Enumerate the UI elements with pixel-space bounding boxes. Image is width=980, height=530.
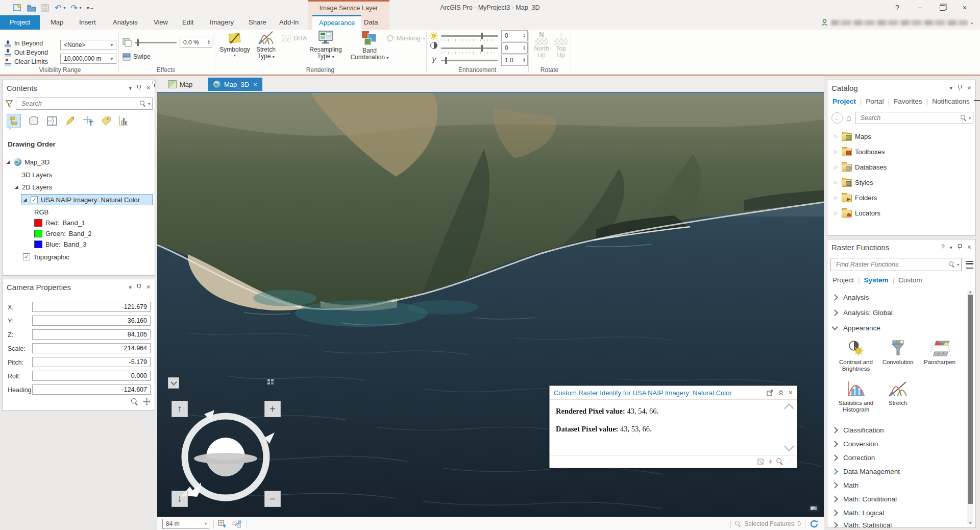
tab-analysis[interactable]: Analysis [106, 15, 144, 30]
checkbox-checked[interactable]: ✓ [31, 196, 38, 203]
catalog-search[interactable]: ▾ [855, 112, 973, 124]
chevron-down-icon[interactable]: ▾ [957, 262, 959, 267]
masking-button-disabled[interactable]: Masking ▾ [386, 34, 425, 43]
clear-limits-button[interactable]: Clear Limits [4, 57, 48, 66]
raster-functions-search[interactable]: ▾ [830, 258, 962, 271]
collapsed-icon[interactable]: ▷ [834, 210, 839, 215]
close-button[interactable]: × [953, 0, 976, 15]
rf-category-math[interactable]: Math [832, 481, 859, 489]
rf-tab-project[interactable]: Project [832, 276, 854, 284]
scroll-up-icon[interactable] [784, 403, 794, 414]
new-project-icon[interactable] [13, 4, 22, 12]
refresh-icon[interactable] [810, 519, 819, 528]
in-beyond-button[interactable]: In Beyond [4, 39, 43, 48]
menu-icon[interactable] [966, 261, 973, 269]
transparency-slider[interactable] [135, 42, 177, 43]
close-tab-icon[interactable]: × [253, 81, 257, 88]
catalog-item-locators[interactable]: ▷ Locators [834, 208, 880, 218]
tree-item-3d-layers[interactable]: 3D Layers [22, 170, 52, 180]
rf-scrollbar[interactable]: ▲ ▼ [967, 291, 973, 524]
rf-tab-custom[interactable]: Custom [898, 276, 922, 284]
panel-menu-icon[interactable]: ▾ [950, 245, 952, 250]
close-icon[interactable]: × [146, 283, 151, 291]
tab-imagery[interactable]: Imagery [203, 15, 240, 30]
minimize-button[interactable]: − [909, 0, 931, 15]
tab-project[interactable]: Project [0, 15, 40, 30]
brightness-slider[interactable] [441, 35, 498, 37]
dock-popup-icon[interactable] [767, 390, 773, 396]
tab-share[interactable]: Share [242, 15, 273, 30]
dra-button-disabled[interactable]: DRA [282, 34, 307, 43]
rf-category-conversion[interactable]: Conversion [832, 440, 878, 448]
redo-dropdown-icon[interactable]: ▾ [80, 6, 82, 10]
list-by-data-source-icon[interactable] [28, 116, 39, 126]
undo-dropdown-icon[interactable]: ▾ [63, 6, 65, 10]
fn-contrast-brightness[interactable]: Contrast and Brightness [837, 340, 875, 372]
expanded-icon[interactable]: ◢ [22, 197, 28, 202]
save-project-icon-disabled[interactable] [41, 4, 50, 12]
catalog-tab-portal[interactable]: Portal [866, 98, 884, 105]
collapsed-icon[interactable]: ▷ [834, 195, 839, 200]
zoom-to-camera-icon[interactable] [131, 398, 138, 405]
tree-item-2d-layers[interactable]: ◢ 2D Layers [14, 182, 52, 192]
help-button[interactable]: ? [886, 0, 909, 15]
collapse-popup-icon[interactable] [778, 390, 784, 396]
scroll-down-icon[interactable] [784, 441, 794, 451]
rf-category-analysis-global[interactable]: Analysis: Global [832, 309, 893, 317]
scene-viewport[interactable]: ↑ + ↓ − Custom Raster Ide [157, 92, 824, 517]
resampling-type-button[interactable]: ResamplingType ▾ [306, 31, 345, 65]
catalog-tab-notifications[interactable]: Notifications [932, 98, 970, 105]
fn-convolution[interactable]: Convolution [878, 340, 917, 366]
camera-x-input[interactable] [32, 302, 151, 312]
brightness-slider-handle[interactable] [481, 33, 483, 39]
close-popup-icon[interactable]: × [789, 389, 793, 397]
pin-icon[interactable] [958, 244, 962, 250]
contents-search[interactable]: ▾ [16, 98, 153, 110]
north-up-button-disabled[interactable]: N NorthUp [532, 31, 551, 65]
help-icon[interactable]: ? [941, 244, 945, 251]
snap-mode-icon[interactable] [232, 520, 242, 528]
zoom-to-icon[interactable] [776, 458, 783, 465]
collapsed-icon[interactable]: ▷ [834, 164, 839, 170]
catalog-tab-favorites[interactable]: Favorites [894, 98, 922, 105]
customize-qat-icon[interactable]: ▾ [87, 5, 89, 11]
pin-icon[interactable] [958, 85, 962, 91]
transparency-spinbox[interactable]: 0.0 %▲▼ [180, 37, 212, 48]
camera-y-input[interactable] [32, 316, 151, 326]
transparency-slider-handle[interactable] [137, 39, 139, 46]
elevation-combo[interactable]: 84 m ▾ [162, 519, 209, 529]
camera-z-input[interactable] [32, 329, 151, 340]
tab-map[interactable]: Map [44, 15, 70, 30]
list-by-snapping-icon[interactable] [82, 116, 93, 126]
swipe-button[interactable]: Swipe [122, 52, 151, 61]
tab-map3d-view-active[interactable]: Map_3D × [208, 78, 262, 91]
chevron-down-icon[interactable]: ▾ [969, 116, 971, 121]
rotation-ring[interactable] [175, 406, 277, 508]
collapsed-icon[interactable]: ▷ [834, 134, 839, 139]
overview-map-icon[interactable] [808, 504, 819, 512]
brightness-spinbox[interactable]: 0▲▼ [501, 30, 528, 41]
chevron-down-icon[interactable]: ▾ [148, 102, 150, 106]
gamma-spinbox[interactable]: 1.0▲▼ [501, 55, 528, 66]
catalog-item-maps[interactable]: ▷ Maps [834, 131, 871, 141]
camera-pitch-input[interactable] [32, 357, 151, 367]
raster-functions-search-input[interactable] [835, 260, 949, 269]
panel-menu-icon[interactable]: ▾ [129, 85, 132, 91]
tree-item-naip-selected[interactable]: ◢ ✓ USA NAIP Imagery: Natural Color [21, 194, 153, 205]
tab-edit[interactable]: Edit [176, 15, 200, 30]
close-icon[interactable]: × [967, 84, 971, 92]
rf-scrollbar-thumb[interactable] [968, 295, 973, 504]
camera-heading-input[interactable] [32, 384, 151, 395]
gamma-slider-handle[interactable] [445, 57, 447, 64]
list-by-drawing-order-icon[interactable] [7, 114, 21, 128]
rf-category-correction[interactable]: Correction [832, 454, 875, 462]
back-icon[interactable]: ← [831, 112, 843, 124]
panel-menu-icon[interactable]: ▾ [950, 85, 952, 91]
list-by-editing-icon[interactable] [65, 116, 75, 126]
resize-grip[interactable]: ⋰ [787, 459, 793, 465]
tab-addin[interactable]: Add-In [273, 15, 305, 30]
list-by-charts-icon[interactable] [119, 116, 128, 126]
gamma-slider[interactable] [441, 60, 498, 61]
raster-identify-popup[interactable]: Custom Raster Identify for USA NAIP Imag… [549, 386, 797, 468]
rf-tab-system[interactable]: System [864, 276, 889, 284]
